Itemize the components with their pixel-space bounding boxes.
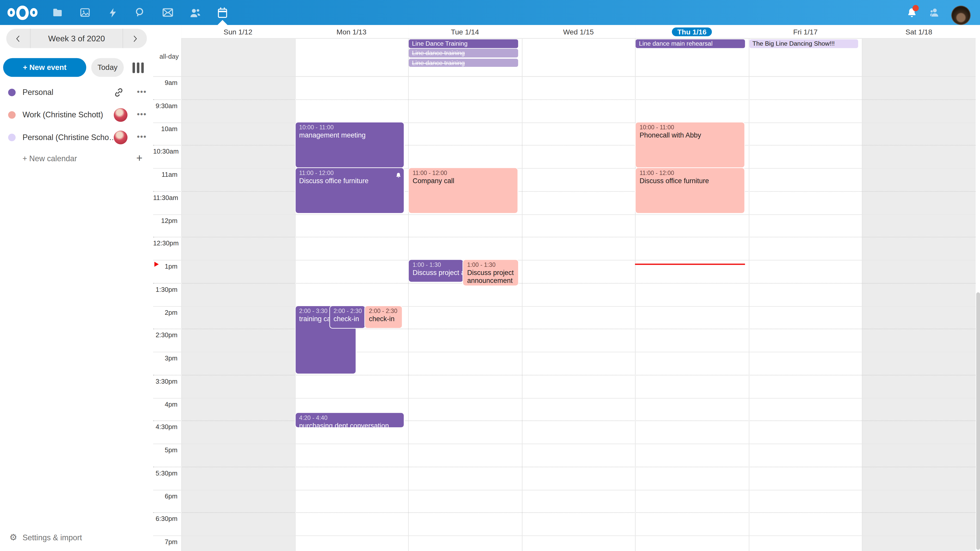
logo-ring-center bbox=[16, 5, 28, 20]
share-link-icon[interactable] bbox=[113, 87, 124, 98]
activity-icon[interactable] bbox=[99, 0, 126, 25]
allday-event[interactable]: Line dance training bbox=[409, 59, 518, 67]
event-block[interactable]: 11:00 - 12:00Discuss office furniture bbox=[295, 168, 404, 213]
today-button[interactable]: Today bbox=[91, 58, 124, 77]
column-separator bbox=[635, 25, 636, 551]
time-axis-label: 1:30pm bbox=[153, 286, 178, 293]
calendar-actions-menu-icon[interactable]: ••• bbox=[135, 110, 149, 119]
grid-hour-line bbox=[153, 329, 976, 329]
files-icon[interactable] bbox=[44, 0, 71, 25]
grid-hour-line bbox=[153, 467, 976, 467]
grid-hour-line bbox=[153, 352, 976, 352]
nextcloud-logo[interactable] bbox=[7, 6, 38, 19]
logo-ring-right bbox=[30, 8, 38, 17]
calendar-list: Personal•••Work (Christine Schott)•••Per… bbox=[0, 81, 153, 170]
next-week-button[interactable] bbox=[123, 29, 147, 48]
contacts-menu-icon[interactable] bbox=[925, 0, 943, 25]
calendar-color-dot bbox=[8, 89, 16, 96]
grid-hour-line bbox=[153, 513, 976, 513]
shared-by-avatar bbox=[114, 108, 127, 122]
calendar-list-item[interactable]: Personal••• bbox=[0, 81, 153, 103]
contacts-icon[interactable] bbox=[181, 0, 209, 25]
day-header[interactable]: Thu 1/16 bbox=[635, 25, 749, 39]
calendar-color-dot bbox=[8, 134, 16, 141]
allday-event[interactable]: Line dance main rehearsal bbox=[636, 39, 745, 48]
allday-event[interactable]: Line Dance Training bbox=[409, 39, 518, 48]
shared-by-avatar bbox=[114, 130, 127, 144]
grid-hour-line bbox=[153, 444, 976, 444]
alarm-bell-icon bbox=[396, 170, 401, 176]
event-time: 10:00 - 11:00 bbox=[299, 124, 400, 131]
time-axis-label: 9:30am bbox=[153, 102, 178, 109]
event-block[interactable]: 1:00 - 1:30Discuss project announcement bbox=[463, 260, 518, 286]
event-block[interactable]: 1:00 - 1:30Discuss project announcement bbox=[409, 260, 463, 282]
grid-hour-line bbox=[153, 214, 976, 214]
calendar-actions-menu-icon[interactable]: ••• bbox=[135, 87, 149, 96]
grid-hour-line bbox=[153, 306, 976, 306]
settings-import-button[interactable]: ⚙ Settings & import bbox=[0, 531, 153, 546]
event-block[interactable]: 4:20 - 4:40purchasing dept conversation bbox=[295, 413, 404, 427]
grid-hour-line bbox=[153, 283, 976, 283]
view-toggle-icon[interactable] bbox=[132, 62, 144, 73]
time-axis-label: 9am bbox=[153, 79, 178, 86]
weekend-column-shade bbox=[862, 38, 976, 551]
new-event-button[interactable]: + New event bbox=[3, 58, 86, 77]
event-block[interactable]: 10:00 - 11:00management meeting bbox=[295, 122, 404, 167]
search-icon[interactable] bbox=[126, 0, 154, 25]
event-title: Phonecall with Abby bbox=[640, 131, 741, 139]
calendar-name: Work (Christine Schott) bbox=[22, 110, 113, 119]
event-block[interactable]: 2:00 - 2:30check-in bbox=[330, 306, 365, 328]
weekend-column-shade bbox=[181, 38, 295, 551]
day-header[interactable]: Fri 1/17 bbox=[749, 25, 862, 39]
mail-icon[interactable] bbox=[154, 0, 181, 25]
time-axis-label: 4pm bbox=[153, 400, 178, 408]
time-axis-label: 6pm bbox=[153, 492, 178, 499]
calendar-actions-menu-icon[interactable]: ••• bbox=[135, 132, 149, 141]
plus-icon: + bbox=[136, 152, 142, 165]
calendar-sidebar: Week 3 of 2020 + New event Today Persona… bbox=[0, 25, 154, 551]
event-title: Discuss project announcement bbox=[413, 268, 460, 277]
event-block[interactable]: 10:00 - 11:00Phonecall with Abby bbox=[636, 122, 744, 167]
grid-hour-line bbox=[153, 145, 976, 146]
time-axis-label: 5:30pm bbox=[153, 469, 178, 476]
top-navigation-bar bbox=[0, 0, 980, 25]
event-block[interactable]: 2:00 - 2:30check-in bbox=[365, 306, 402, 328]
time-axis-label: 6:30pm bbox=[153, 515, 178, 522]
grid-hour-line bbox=[153, 535, 976, 536]
event-time: 2:00 - 2:30 bbox=[369, 307, 398, 314]
event-title: purchasing dept conversation bbox=[299, 422, 400, 427]
event-time: 11:00 - 12:00 bbox=[640, 169, 741, 177]
logo-ring-left bbox=[7, 8, 15, 17]
allday-event[interactable]: Line dance training bbox=[409, 49, 518, 57]
allday-event[interactable]: The Big Line Dancing Show!!! bbox=[749, 39, 859, 48]
notifications-bell-icon[interactable] bbox=[902, 0, 921, 25]
day-header[interactable]: Tue 1/14 bbox=[408, 25, 522, 39]
week-label[interactable]: Week 3 of 2020 bbox=[30, 34, 123, 43]
new-calendar-button[interactable]: + New calendar+ bbox=[0, 149, 153, 170]
day-header[interactable]: Mon 1/13 bbox=[295, 25, 408, 39]
time-axis-label: 4:30pm bbox=[153, 423, 178, 430]
grid-hour-line bbox=[153, 489, 976, 490]
grid-hour-line bbox=[153, 99, 976, 100]
day-header[interactable]: Sun 1/12 bbox=[181, 25, 295, 39]
scrollbar-thumb[interactable] bbox=[976, 292, 980, 550]
calendar-list-item[interactable]: Personal (Christine Scho…)••• bbox=[0, 126, 153, 149]
event-block[interactable]: 11:00 - 12:00Company call bbox=[409, 168, 517, 213]
event-block[interactable]: 11:00 - 12:00Discuss office furniture bbox=[636, 168, 744, 213]
allday-row-border bbox=[153, 76, 976, 77]
time-axis-label: 10:30am bbox=[153, 148, 178, 155]
new-calendar-label: + New calendar bbox=[22, 154, 77, 163]
column-separator bbox=[522, 25, 522, 551]
scrollbar-track[interactable] bbox=[976, 25, 980, 551]
day-header[interactable]: Wed 1/15 bbox=[522, 25, 635, 39]
event-title: Discuss office furniture bbox=[640, 177, 741, 185]
photos-icon[interactable] bbox=[71, 0, 99, 25]
calendar-list-item[interactable]: Work (Christine Schott)••• bbox=[0, 104, 153, 126]
previous-week-button[interactable] bbox=[6, 29, 30, 48]
grid-hour-line bbox=[153, 168, 976, 168]
settings-import-label: Settings & import bbox=[22, 534, 82, 542]
time-axis-label: 7pm bbox=[153, 538, 178, 545]
day-header[interactable]: Sat 1/18 bbox=[862, 25, 976, 39]
time-axis-label: 11am bbox=[153, 171, 178, 178]
user-avatar[interactable] bbox=[951, 3, 970, 27]
